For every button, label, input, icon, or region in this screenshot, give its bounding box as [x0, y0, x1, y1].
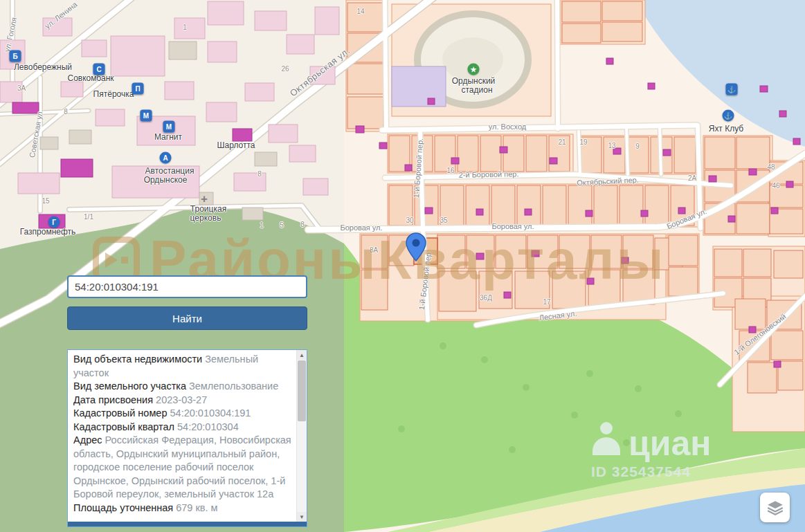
fuel-station-icon[interactable]: Г	[48, 217, 60, 228]
info-row: Адрес Российская Федерация, Новосибирска…	[73, 434, 294, 502]
stadium-icon[interactable]: ★	[468, 64, 480, 75]
church-cross-icon[interactable]: +	[199, 193, 210, 205]
info-label: Кадастровый номер	[73, 407, 170, 419]
scrollbar-thumb[interactable]	[298, 360, 306, 421]
layers-icon	[766, 499, 784, 517]
info-row: Площадь уточненная 679 кв. м	[73, 502, 294, 515]
building-purple	[392, 66, 446, 107]
harbor-icon[interactable]: ⚓	[726, 84, 738, 95]
horizontal-scrollbar[interactable]	[68, 522, 307, 526]
layers-button[interactable]	[760, 493, 790, 522]
pyaterochka-icon[interactable]: П	[132, 83, 144, 95]
location-pin[interactable]	[406, 232, 426, 264]
info-label: Площадь уточненная	[73, 502, 176, 513]
scroll-up-arrow-icon[interactable]: ▲	[297, 350, 307, 360]
info-value: 2023-03-27	[156, 394, 207, 405]
magnit-icon[interactable]: М	[163, 121, 175, 133]
info-label: Кадастровый квартал	[73, 421, 177, 432]
parcel-info-content: Вид объекта недвижимости Земельный участ…	[73, 353, 294, 521]
info-label: Вид объекта недвижимости	[73, 354, 205, 365]
info-label: Вид земельного участка	[73, 380, 189, 392]
info-value: 679 кв. м	[176, 502, 217, 513]
info-value: 54:20:010304:191	[170, 407, 251, 419]
vertical-scrollbar[interactable]: ▲ ▼	[296, 350, 307, 522]
info-row: Кадастровый квартал 54:20:010304	[73, 421, 294, 434]
cadastral-search-input[interactable]	[67, 275, 307, 298]
info-label: Дата присвоения	[73, 394, 156, 405]
info-row: Дата присвоения 2023-03-27	[73, 394, 294, 407]
info-label: Адрес	[73, 434, 105, 446]
shop-icon[interactable]: М	[141, 110, 152, 122]
map-viewport[interactable]: ул. Ленинаул. ГоголяСоветская ул.Октябрь…	[0, 0, 805, 532]
search-button[interactable]: Найти	[67, 306, 307, 330]
yacht-club-icon[interactable]: ⚓	[723, 110, 734, 122]
parcel-info-panel: Вид объекта недвижимости Земельный участ…	[67, 349, 307, 527]
info-value: Российская Федерация, Новосибирская обла…	[73, 434, 291, 499]
bus-station-icon[interactable]: А	[160, 152, 172, 164]
info-value: 54:20:010304	[177, 421, 239, 432]
info-row: Кадастровый номер 54:20:010304:191	[73, 407, 294, 421]
info-value: Землепользование	[189, 380, 278, 392]
bank-icon[interactable]: Б	[10, 51, 21, 62]
info-row: Вид объекта недвижимости Земельный участ…	[73, 353, 294, 380]
info-row: Вид земельного участка Землепользование	[73, 380, 294, 394]
sovcombank-icon[interactable]: С	[93, 64, 105, 75]
scroll-down-arrow-icon[interactable]: ▼	[297, 512, 307, 522]
